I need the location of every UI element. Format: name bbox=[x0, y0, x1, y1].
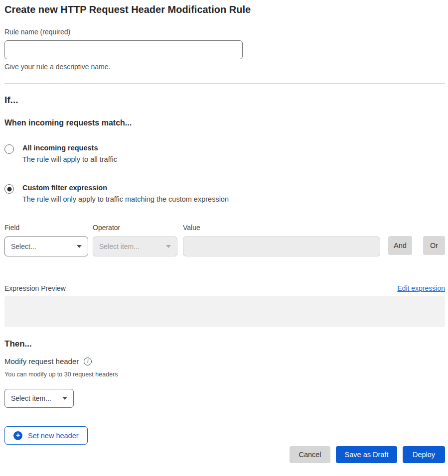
page-title: Create new HTTP Request Header Modificat… bbox=[4, 4, 445, 15]
footer-actions: Cancel Save as Draft Deploy bbox=[4, 446, 445, 463]
operator-select-value: Select item... bbox=[99, 242, 140, 250]
chevron-down-icon bbox=[62, 397, 67, 400]
modify-header-help: You can modify up to 30 request headers bbox=[4, 371, 445, 378]
rule-name-input[interactable] bbox=[4, 40, 243, 59]
section-divider bbox=[4, 83, 445, 84]
radio-custom-expression[interactable] bbox=[4, 184, 14, 194]
value-input bbox=[183, 237, 380, 256]
chevron-down-icon bbox=[77, 245, 82, 248]
modify-header-label: Modify request header bbox=[4, 357, 79, 365]
field-label: Field bbox=[4, 224, 88, 232]
set-new-header-button[interactable]: + Set new header bbox=[4, 426, 88, 445]
expression-preview-label: Expression Preview bbox=[4, 284, 66, 292]
radio-all-requests-label: All incoming requests bbox=[22, 144, 117, 152]
field-column: Field Select... bbox=[4, 224, 88, 256]
value-column: Value bbox=[183, 224, 380, 256]
expression-preview-box bbox=[4, 296, 445, 327]
field-select[interactable]: Select... bbox=[4, 237, 88, 256]
expression-preview-row: Expression Preview Edit expression bbox=[4, 284, 445, 292]
radio-all-requests[interactable] bbox=[4, 144, 14, 154]
rule-name-label: Rule name (required) bbox=[4, 28, 445, 36]
or-button[interactable]: Or bbox=[423, 236, 445, 255]
save-as-draft-button[interactable]: Save as Draft bbox=[336, 446, 397, 463]
radio-option-custom-expression[interactable]: Custom filter expression The rule will o… bbox=[4, 184, 445, 203]
rule-name-block: Rule name (required) Give your rule a de… bbox=[4, 28, 445, 71]
edit-expression-link[interactable]: Edit expression bbox=[397, 284, 445, 292]
info-circle-icon[interactable]: i bbox=[84, 357, 92, 365]
field-select-value: Select... bbox=[11, 242, 36, 250]
plus-circle-icon: + bbox=[13, 431, 22, 440]
match-subheading: When incoming requests match... bbox=[4, 119, 445, 127]
operator-column: Operator Select item... bbox=[93, 224, 177, 256]
cancel-button[interactable]: Cancel bbox=[290, 446, 330, 463]
value-label: Value bbox=[183, 224, 380, 232]
operator-select: Select item... bbox=[93, 237, 177, 256]
radio-custom-expression-label: Custom filter expression bbox=[22, 184, 229, 192]
and-button[interactable]: And bbox=[388, 236, 412, 255]
operator-label: Operator bbox=[93, 224, 177, 232]
radio-custom-expression-texts: Custom filter expression The rule will o… bbox=[22, 184, 229, 203]
radio-all-requests-description: The rule will apply to all traffic bbox=[22, 155, 117, 163]
create-rule-form: Create new HTTP Request Header Modificat… bbox=[0, 0, 448, 473]
radio-option-all-requests[interactable]: All incoming requests The rule will appl… bbox=[4, 144, 445, 163]
deploy-button[interactable]: Deploy bbox=[403, 446, 445, 463]
modify-header-row: Modify request header i bbox=[4, 357, 445, 365]
then-heading: Then... bbox=[4, 339, 445, 349]
header-item-select[interactable]: Select item... bbox=[4, 389, 74, 408]
chevron-down-icon bbox=[166, 245, 171, 248]
radio-custom-expression-description: The rule will only apply to traffic matc… bbox=[22, 195, 229, 203]
expression-builder-row: Field Select... Operator Select item... … bbox=[4, 224, 445, 256]
if-heading: If... bbox=[4, 95, 445, 106]
header-item-select-value: Select item... bbox=[11, 394, 51, 402]
rule-name-help: Give your rule a descriptive name. bbox=[4, 63, 445, 71]
radio-all-requests-texts: All incoming requests The rule will appl… bbox=[22, 144, 117, 163]
set-new-header-label: Set new header bbox=[28, 432, 79, 440]
